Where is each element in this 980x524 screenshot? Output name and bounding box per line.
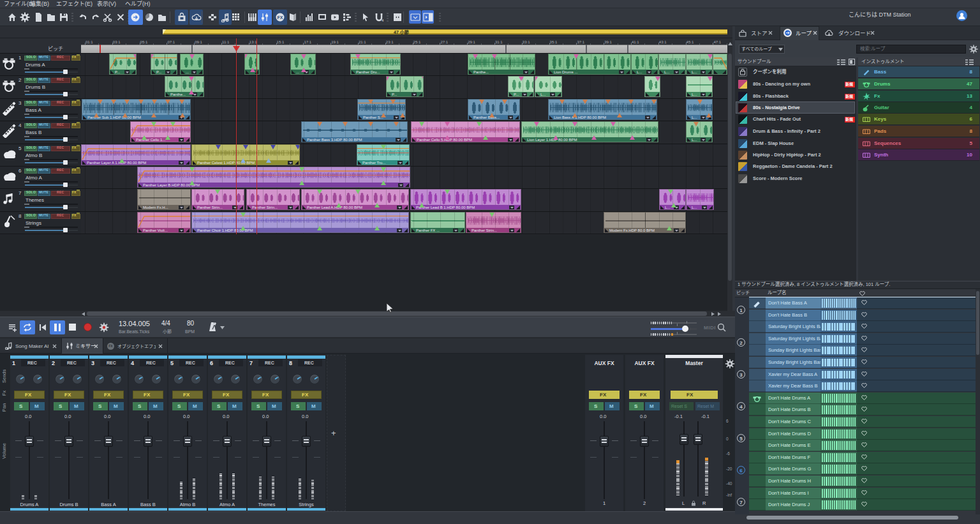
svg-text:4: 4: [382, 19, 384, 22]
svg-text:FX: FX: [278, 15, 283, 20]
